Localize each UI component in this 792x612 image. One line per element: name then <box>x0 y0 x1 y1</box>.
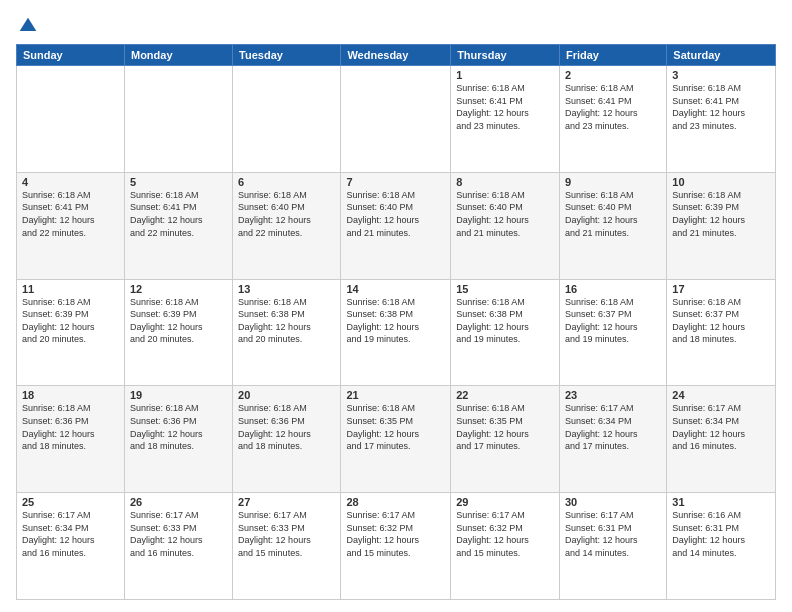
day-info: Sunrise: 6:17 AM Sunset: 6:34 PM Dayligh… <box>672 402 770 452</box>
day-cell: 28Sunrise: 6:17 AM Sunset: 6:32 PM Dayli… <box>341 493 451 600</box>
day-cell: 6Sunrise: 6:18 AM Sunset: 6:40 PM Daylig… <box>233 172 341 279</box>
day-number: 3 <box>672 69 770 81</box>
day-cell <box>17 66 125 173</box>
logo-icon <box>18 16 38 36</box>
day-info: Sunrise: 6:18 AM Sunset: 6:41 PM Dayligh… <box>672 82 770 132</box>
calendar: Sunday Monday Tuesday Wednesday Thursday… <box>16 44 776 600</box>
day-number: 24 <box>672 389 770 401</box>
day-number: 2 <box>565 69 661 81</box>
day-info: Sunrise: 6:17 AM Sunset: 6:32 PM Dayligh… <box>456 509 554 559</box>
day-cell: 5Sunrise: 6:18 AM Sunset: 6:41 PM Daylig… <box>124 172 232 279</box>
logo <box>16 16 38 36</box>
day-number: 5 <box>130 176 227 188</box>
day-cell: 9Sunrise: 6:18 AM Sunset: 6:40 PM Daylig… <box>559 172 666 279</box>
day-info: Sunrise: 6:18 AM Sunset: 6:36 PM Dayligh… <box>238 402 335 452</box>
header-saturday: Saturday <box>667 45 776 66</box>
day-cell: 3Sunrise: 6:18 AM Sunset: 6:41 PM Daylig… <box>667 66 776 173</box>
day-info: Sunrise: 6:17 AM Sunset: 6:31 PM Dayligh… <box>565 509 661 559</box>
day-cell: 4Sunrise: 6:18 AM Sunset: 6:41 PM Daylig… <box>17 172 125 279</box>
day-number: 27 <box>238 496 335 508</box>
day-cell: 2Sunrise: 6:18 AM Sunset: 6:41 PM Daylig… <box>559 66 666 173</box>
day-info: Sunrise: 6:18 AM Sunset: 6:41 PM Dayligh… <box>22 189 119 239</box>
day-cell: 13Sunrise: 6:18 AM Sunset: 6:38 PM Dayli… <box>233 279 341 386</box>
day-info: Sunrise: 6:18 AM Sunset: 6:40 PM Dayligh… <box>456 189 554 239</box>
week-row-2: 4Sunrise: 6:18 AM Sunset: 6:41 PM Daylig… <box>17 172 776 279</box>
day-number: 9 <box>565 176 661 188</box>
header-thursday: Thursday <box>451 45 560 66</box>
week-row-1: 1Sunrise: 6:18 AM Sunset: 6:41 PM Daylig… <box>17 66 776 173</box>
day-info: Sunrise: 6:18 AM Sunset: 6:36 PM Dayligh… <box>130 402 227 452</box>
day-cell <box>233 66 341 173</box>
day-info: Sunrise: 6:17 AM Sunset: 6:33 PM Dayligh… <box>130 509 227 559</box>
day-number: 23 <box>565 389 661 401</box>
day-number: 16 <box>565 283 661 295</box>
day-info: Sunrise: 6:16 AM Sunset: 6:31 PM Dayligh… <box>672 509 770 559</box>
day-info: Sunrise: 6:17 AM Sunset: 6:32 PM Dayligh… <box>346 509 445 559</box>
day-number: 21 <box>346 389 445 401</box>
day-number: 30 <box>565 496 661 508</box>
day-info: Sunrise: 6:18 AM Sunset: 6:35 PM Dayligh… <box>456 402 554 452</box>
week-row-3: 11Sunrise: 6:18 AM Sunset: 6:39 PM Dayli… <box>17 279 776 386</box>
day-info: Sunrise: 6:18 AM Sunset: 6:40 PM Dayligh… <box>565 189 661 239</box>
day-number: 22 <box>456 389 554 401</box>
day-info: Sunrise: 6:18 AM Sunset: 6:39 PM Dayligh… <box>130 296 227 346</box>
day-info: Sunrise: 6:18 AM Sunset: 6:37 PM Dayligh… <box>565 296 661 346</box>
day-info: Sunrise: 6:18 AM Sunset: 6:41 PM Dayligh… <box>456 82 554 132</box>
day-cell: 21Sunrise: 6:18 AM Sunset: 6:35 PM Dayli… <box>341 386 451 493</box>
day-cell: 25Sunrise: 6:17 AM Sunset: 6:34 PM Dayli… <box>17 493 125 600</box>
day-cell: 11Sunrise: 6:18 AM Sunset: 6:39 PM Dayli… <box>17 279 125 386</box>
day-number: 31 <box>672 496 770 508</box>
header-monday: Monday <box>124 45 232 66</box>
header-row: Sunday Monday Tuesday Wednesday Thursday… <box>17 45 776 66</box>
day-cell: 10Sunrise: 6:18 AM Sunset: 6:39 PM Dayli… <box>667 172 776 279</box>
day-cell: 12Sunrise: 6:18 AM Sunset: 6:39 PM Dayli… <box>124 279 232 386</box>
day-cell: 20Sunrise: 6:18 AM Sunset: 6:36 PM Dayli… <box>233 386 341 493</box>
week-row-4: 18Sunrise: 6:18 AM Sunset: 6:36 PM Dayli… <box>17 386 776 493</box>
day-number: 6 <box>238 176 335 188</box>
day-cell: 17Sunrise: 6:18 AM Sunset: 6:37 PM Dayli… <box>667 279 776 386</box>
day-info: Sunrise: 6:18 AM Sunset: 6:40 PM Dayligh… <box>346 189 445 239</box>
day-cell: 27Sunrise: 6:17 AM Sunset: 6:33 PM Dayli… <box>233 493 341 600</box>
day-number: 7 <box>346 176 445 188</box>
day-number: 28 <box>346 496 445 508</box>
day-cell: 16Sunrise: 6:18 AM Sunset: 6:37 PM Dayli… <box>559 279 666 386</box>
day-number: 20 <box>238 389 335 401</box>
day-cell: 15Sunrise: 6:18 AM Sunset: 6:38 PM Dayli… <box>451 279 560 386</box>
svg-marker-0 <box>20 18 37 31</box>
day-cell: 26Sunrise: 6:17 AM Sunset: 6:33 PM Dayli… <box>124 493 232 600</box>
header-sunday: Sunday <box>17 45 125 66</box>
day-info: Sunrise: 6:18 AM Sunset: 6:37 PM Dayligh… <box>672 296 770 346</box>
header-wednesday: Wednesday <box>341 45 451 66</box>
day-cell: 24Sunrise: 6:17 AM Sunset: 6:34 PM Dayli… <box>667 386 776 493</box>
day-number: 19 <box>130 389 227 401</box>
day-cell: 1Sunrise: 6:18 AM Sunset: 6:41 PM Daylig… <box>451 66 560 173</box>
day-info: Sunrise: 6:17 AM Sunset: 6:34 PM Dayligh… <box>22 509 119 559</box>
header-friday: Friday <box>559 45 666 66</box>
day-cell: 8Sunrise: 6:18 AM Sunset: 6:40 PM Daylig… <box>451 172 560 279</box>
day-number: 10 <box>672 176 770 188</box>
day-number: 8 <box>456 176 554 188</box>
week-row-5: 25Sunrise: 6:17 AM Sunset: 6:34 PM Dayli… <box>17 493 776 600</box>
calendar-table: Sunday Monday Tuesday Wednesday Thursday… <box>16 44 776 600</box>
day-cell <box>341 66 451 173</box>
day-cell: 7Sunrise: 6:18 AM Sunset: 6:40 PM Daylig… <box>341 172 451 279</box>
day-info: Sunrise: 6:18 AM Sunset: 6:39 PM Dayligh… <box>22 296 119 346</box>
day-number: 17 <box>672 283 770 295</box>
day-number: 4 <box>22 176 119 188</box>
day-info: Sunrise: 6:18 AM Sunset: 6:40 PM Dayligh… <box>238 189 335 239</box>
day-number: 15 <box>456 283 554 295</box>
day-number: 12 <box>130 283 227 295</box>
day-number: 13 <box>238 283 335 295</box>
header <box>16 12 776 36</box>
day-cell: 31Sunrise: 6:16 AM Sunset: 6:31 PM Dayli… <box>667 493 776 600</box>
day-info: Sunrise: 6:18 AM Sunset: 6:38 PM Dayligh… <box>238 296 335 346</box>
day-info: Sunrise: 6:18 AM Sunset: 6:36 PM Dayligh… <box>22 402 119 452</box>
header-tuesday: Tuesday <box>233 45 341 66</box>
page: Sunday Monday Tuesday Wednesday Thursday… <box>0 0 792 612</box>
day-number: 26 <box>130 496 227 508</box>
day-number: 14 <box>346 283 445 295</box>
day-cell: 22Sunrise: 6:18 AM Sunset: 6:35 PM Dayli… <box>451 386 560 493</box>
day-cell: 19Sunrise: 6:18 AM Sunset: 6:36 PM Dayli… <box>124 386 232 493</box>
day-info: Sunrise: 6:18 AM Sunset: 6:38 PM Dayligh… <box>346 296 445 346</box>
day-number: 1 <box>456 69 554 81</box>
